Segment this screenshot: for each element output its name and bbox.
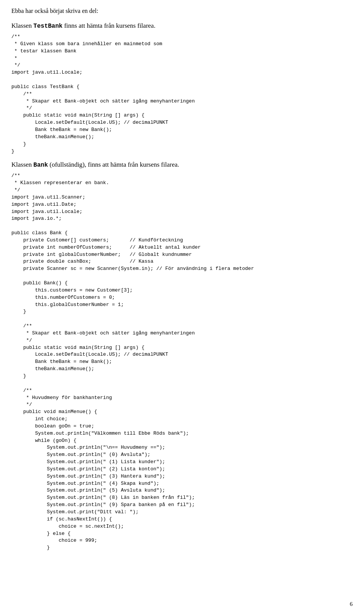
section1-heading: Klassen TestBank finns att hämta från ku…: [11, 22, 353, 30]
code-block-bank: /** * Klassen representerar en bank. */ …: [11, 172, 353, 552]
section1-heading-suffix: finns att hämta från kursens filarea.: [63, 22, 155, 29]
section2-heading-suffix: (ofullständig), finns att hämta från kur…: [48, 161, 179, 168]
code-block-testbank: /** * Given klass som bara innehåller en…: [11, 33, 353, 155]
section2-heading-mono: Bank: [33, 162, 48, 169]
section1-heading-prefix: Klassen: [11, 22, 33, 29]
page-number: 6: [350, 601, 353, 607]
section2-heading-prefix: Klassen: [11, 161, 33, 168]
section2-heading: Klassen Bank (ofullständig), finns att h…: [11, 161, 353, 169]
section1-heading-mono: TestBank: [33, 23, 63, 30]
intro-text: Ebba har också börjat skriva en del:: [11, 8, 353, 14]
